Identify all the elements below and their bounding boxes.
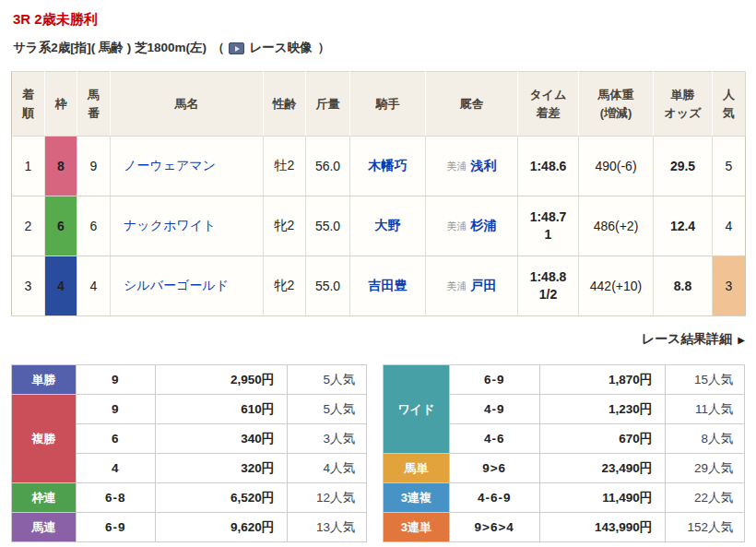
payout-combo: 9	[76, 365, 155, 395]
payout-combo: 9>6>4	[449, 513, 539, 542]
table-row: 2 6 6 ナックホワイト 牝2 55.0 大野 美浦杉浦 1:48.71 48…	[12, 196, 746, 256]
payout-popularity: 5人気	[288, 365, 367, 395]
trainer-link[interactable]: 戸田	[471, 278, 497, 292]
payout-type-quinella: 馬連	[12, 513, 77, 542]
payout-combo: 6-9	[449, 365, 539, 395]
col-carried-weight: 斤量	[306, 72, 350, 137]
race-conditions-text: サラ系2歳[指]( 馬齢 ) 芝1800m(左)	[13, 40, 207, 56]
payout-popularity: 12人気	[288, 483, 367, 513]
payout-type-exacta: 馬単	[384, 454, 450, 483]
col-horse-number: 馬 番	[77, 72, 111, 137]
payout-table-right: ワイド 6-9 1,870円 15人気 4-9 1,230円 11人気 4-6 …	[383, 364, 745, 542]
sex-age: 牡2	[264, 137, 306, 196]
jockey-cell: 木幡巧	[350, 137, 426, 196]
time-cell: 1:48.81/2	[518, 256, 579, 316]
paren-open: （	[212, 40, 225, 56]
payout-popularity: 15人気	[666, 365, 745, 395]
jockey-link[interactable]: 吉田豊	[369, 278, 408, 292]
bracket-badge: 6	[45, 196, 77, 256]
stable-cell: 美浦浅利	[426, 137, 518, 196]
payout-amount: 11,490円	[539, 483, 666, 513]
payout-combo: 6-9	[76, 513, 155, 542]
payout-amount: 2,950円	[155, 365, 288, 395]
win-odds: 12.4	[654, 196, 713, 256]
col-time-margin: タイム 着差	[518, 72, 579, 137]
payout-row: 単勝 9 2,950円 5人気	[12, 365, 367, 395]
bracket-badge: 8	[45, 137, 77, 196]
payout-combo: 4-6	[449, 424, 539, 454]
finish-position: 3	[12, 256, 45, 316]
race-result-detail-label: レース結果詳細	[642, 331, 733, 346]
win-odds: 8.8	[654, 256, 713, 316]
payout-amount: 6,520円	[155, 483, 288, 513]
finish-time: 1:48.7	[530, 209, 567, 224]
popularity: 4	[713, 196, 746, 256]
payout-type-win: 単勝	[12, 365, 77, 395]
finish-time: 1:48.6	[530, 159, 567, 173]
trainer-link[interactable]: 浅利	[471, 158, 497, 172]
payout-popularity: 4人気	[288, 454, 367, 483]
payout-combo: 4-9	[449, 395, 539, 424]
payout-combo: 9	[76, 395, 155, 424]
horse-name-link[interactable]: ノーウェアマン	[124, 158, 216, 172]
trainer-link[interactable]: 杉浦	[471, 218, 497, 232]
payout-amount: 9,620円	[155, 513, 288, 542]
carried-weight: 55.0	[306, 196, 350, 256]
payout-popularity: 152人気	[666, 513, 745, 542]
payout-table-left: 単勝 9 2,950円 5人気 複勝 9 610円 5人気 6 340円 3人気…	[11, 364, 367, 542]
race-video-link[interactable]: レース映像	[224, 40, 312, 56]
sex-age: 牝2	[264, 256, 306, 316]
table-row: 1 8 9 ノーウェアマン 牡2 56.0 木幡巧 美浦浅利 1:48.6 49…	[12, 137, 746, 196]
chevron-right-icon: ▶	[738, 335, 745, 345]
payout-combo: 6-8	[76, 483, 155, 513]
payout-popularity: 29人気	[666, 454, 745, 483]
stable-cell: 美浦戸田	[426, 256, 518, 316]
payout-popularity: 13人気	[288, 513, 367, 542]
popularity-highlighted: 3	[713, 256, 746, 316]
payout-amount: 670円	[539, 424, 666, 454]
payout-row: 3連複 4-6-9 11,490円 22人気	[384, 483, 745, 513]
payout-type-place: 複勝	[12, 395, 77, 483]
finish-time: 1:48.8	[530, 269, 567, 284]
col-finish-position: 着 順	[12, 72, 45, 137]
horse-number: 9	[77, 137, 111, 196]
stable-cell: 美浦杉浦	[426, 196, 518, 256]
payout-popularity: 22人気	[666, 483, 745, 513]
race-result-detail-link[interactable]: レース結果詳細▶	[642, 331, 745, 346]
jockey-cell: 大野	[350, 196, 426, 256]
stable-location: 美浦	[447, 220, 467, 232]
payout-popularity: 3人気	[288, 424, 367, 454]
finish-position: 1	[12, 137, 45, 196]
win-odds: 29.5	[654, 137, 713, 196]
payout-popularity: 8人気	[666, 424, 745, 454]
jockey-link[interactable]: 大野	[375, 218, 401, 232]
video-play-icon	[229, 42, 244, 54]
payout-combo: 4	[76, 454, 155, 483]
payout-combo: 9>6	[449, 454, 539, 483]
paren-close: ）	[318, 40, 331, 56]
jockey-cell: 吉田豊	[350, 256, 426, 316]
payout-row: 3連単 9>6>4 143,990円 152人気	[384, 513, 745, 542]
payout-amount: 1,870円	[539, 365, 666, 395]
payout-type-bracket-quinella: 枠連	[12, 483, 77, 513]
col-popularity: 人 気	[713, 72, 746, 137]
payout-row: 馬連 6-9 9,620円 13人気	[12, 513, 367, 542]
horse-name-link[interactable]: シルバーゴールド	[124, 278, 229, 292]
payout-row: 馬単 9>6 23,490円 29人気	[384, 454, 745, 483]
col-horse-name: 馬名	[111, 72, 264, 137]
col-win-odds: 単勝 オッズ	[654, 72, 713, 137]
race-results-table: 着 順 枠 馬 番 馬名 性齢 斤量 騎手 厩舎 タイム 着差 馬体重 (増減)…	[11, 71, 746, 316]
horse-name-link[interactable]: ナックホワイト	[124, 218, 216, 232]
stable-location: 美浦	[447, 280, 467, 291]
payout-amount: 320円	[155, 454, 288, 483]
payout-type-trio: 3連複	[384, 483, 450, 513]
horse-weight: 490(-6)	[579, 137, 654, 196]
finish-position: 2	[12, 196, 45, 256]
jockey-link[interactable]: 木幡巧	[369, 158, 408, 172]
carried-weight: 55.0	[306, 256, 350, 316]
result-link-row: レース結果詳細▶	[11, 330, 745, 348]
col-horse-weight: 馬体重 (増減)	[579, 72, 654, 137]
horse-name-cell: ナックホワイト	[111, 196, 264, 256]
payout-type-wide: ワイド	[384, 365, 450, 454]
results-header-row: 着 順 枠 馬 番 馬名 性齢 斤量 騎手 厩舎 タイム 着差 馬体重 (増減)…	[12, 72, 746, 137]
